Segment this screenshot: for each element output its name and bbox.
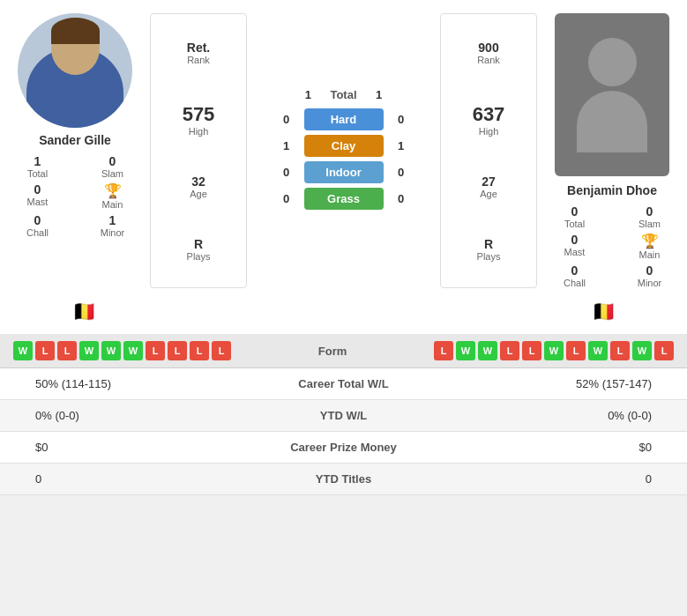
form-badge-left: L (146, 341, 165, 360)
right-slam-value: 0 (646, 204, 653, 219)
left-rank-label: Rank (187, 55, 210, 65)
form-badge-right: L (610, 341, 630, 360)
left-player-photo (18, 13, 132, 128)
right-form-badges: LWWLLWLWLWL (434, 341, 674, 360)
stats-left-value: 50% (114-115) (0, 368, 224, 400)
right-total-value: 0 (571, 204, 579, 219)
left-player-block: Sander Gille 1 Total 0 Slam 0 Mast 🏆 Mai… (4, 13, 146, 288)
left-center-stats: Ret. Rank 575 High 32 Age R Plays (150, 13, 247, 288)
form-badge-left: W (101, 341, 121, 360)
left-flag-container: 🇧🇪 (13, 297, 154, 327)
surfaces-section: 1 Total 1 0 Hard 0 1 Clay 1 0 (251, 13, 436, 288)
stats-table-row: 0% (0-0)YTD W/L0% (0-0) (0, 400, 687, 432)
left-slam-value: 0 (109, 154, 116, 168)
left-mast-stat: 0 Mast (4, 182, 71, 210)
left-minor-stat: 1 Minor (79, 213, 146, 238)
stats-label: Career Total W/L (224, 368, 463, 400)
left-mast-value: 0 (34, 182, 41, 197)
right-plays-stat: R Plays (477, 237, 501, 262)
left-age-stat: 32 Age (190, 174, 207, 199)
form-badge-right: W (456, 341, 475, 360)
form-badge-right: L (500, 341, 519, 360)
right-total-label: Total (564, 219, 585, 229)
left-player-stats: 1 Total 0 Slam 0 Mast 🏆 Main 0 Chall (4, 154, 146, 238)
left-plays-stat: R Plays (187, 237, 211, 262)
clay-surface-button[interactable]: Clay (304, 135, 384, 157)
stats-table-row: $0Career Prize Money$0 (0, 432, 687, 464)
hard-surface-button[interactable]: Hard (304, 108, 384, 130)
center-block: Ret. Rank 575 High 32 Age R Plays (146, 13, 541, 288)
stats-right-value: 0 (463, 464, 687, 495)
grass-surface-row: 0 Grass 0 (256, 188, 431, 210)
form-badge-left: L (212, 341, 231, 360)
left-trophy-main: 🏆 Main (79, 182, 146, 210)
left-slam-label: Slam (101, 168, 123, 179)
right-trophy-main: 🏆 Main (616, 233, 683, 260)
right-player-stats: 0 Total 0 Slam 0 Mast 🏆 Main 0 Chall (541, 204, 683, 288)
left-high-value: 575 (183, 103, 215, 126)
form-badge-left: L (190, 341, 209, 360)
flags-row: 🇧🇪 🇧🇪 (0, 297, 687, 334)
left-total-value: 1 (34, 154, 41, 168)
left-age-label: Age (190, 189, 207, 199)
right-player-block: Benjamin Dhoe 0 Total 0 Slam 0 Mast 🏆 Ma… (541, 13, 683, 288)
left-minor-label: Minor (101, 227, 125, 238)
form-section: WLLWWWLLLL Form LWWLLWLWLWL (0, 334, 687, 368)
stats-right-value: $0 (463, 432, 687, 464)
left-rank-stat: Ret. Rank (187, 41, 210, 65)
left-age-value: 32 (191, 174, 205, 189)
left-main-label: Main (102, 199, 123, 210)
form-badge-right: W (632, 341, 652, 360)
grass-left-score: 0 (278, 192, 295, 205)
clay-left-score: 1 (278, 139, 295, 152)
right-high-stat: 637 High (473, 103, 505, 137)
indoor-right-score: 0 (392, 166, 410, 179)
hard-right-score: 0 (392, 113, 410, 126)
hard-left-score: 0 (278, 113, 295, 126)
main-container: Sander Gille 1 Total 0 Slam 0 Mast 🏆 Mai… (0, 0, 687, 495)
right-minor-label: Minor (638, 278, 662, 288)
right-plays-value: R (484, 237, 493, 251)
right-plays-label: Plays (477, 251, 501, 262)
indoor-surface-button[interactable]: Indoor (304, 161, 384, 183)
form-badge-right: L (434, 341, 453, 360)
left-plays-value: R (194, 237, 203, 251)
right-flag: 🇧🇪 (592, 301, 616, 323)
form-badge-right: W (588, 341, 608, 360)
form-badge-right: W (544, 341, 564, 360)
left-high-stat: 575 High (183, 103, 215, 137)
grass-surface-button[interactable]: Grass (304, 188, 384, 210)
right-chall-label: Chall (564, 278, 586, 288)
right-minor-stat: 0 Minor (616, 263, 683, 288)
right-silhouette-body (577, 91, 647, 152)
left-chall-stat: 0 Chall (4, 213, 71, 238)
stats-right-value: 52% (157-147) (463, 368, 687, 400)
left-slam-stat: 0 Slam (79, 154, 146, 179)
right-age-label: Age (480, 189, 497, 199)
right-minor-value: 0 (646, 263, 653, 278)
left-plays-label: Plays (187, 251, 211, 262)
form-label: Form (318, 345, 347, 358)
total-right-score: 1 (370, 88, 388, 101)
stats-left-value: 0 (0, 464, 224, 495)
right-slam-label: Slam (638, 219, 661, 229)
stats-table: 50% (114-115)Career Total W/L52% (157-14… (0, 368, 687, 495)
stats-left-value: 0% (0-0) (0, 400, 224, 432)
right-high-label: High (479, 126, 499, 137)
right-player-name: Benjamin Dhoe (567, 183, 657, 197)
form-badge-left: W (13, 341, 33, 360)
form-badge-left: L (57, 341, 77, 360)
form-badge-left: L (35, 341, 55, 360)
stats-label: YTD W/L (224, 400, 463, 432)
form-badge-right: L (566, 341, 586, 360)
right-age-stat: 27 Age (480, 174, 497, 199)
stats-label: YTD Titles (224, 464, 463, 495)
stats-table-row: 0YTD Titles0 (0, 464, 687, 495)
total-row: 1 Total 1 (299, 88, 387, 101)
stats-right-value: 0% (0-0) (463, 400, 687, 432)
right-center-stats: 900 Rank 637 High 27 Age R Plays (440, 13, 537, 288)
right-flag-container: 🇧🇪 (533, 297, 674, 327)
right-mast-stat: 0 Mast (541, 233, 608, 260)
left-form-badges: WLLWWWLLLL (13, 341, 231, 360)
left-player-name: Sander Gille (39, 133, 111, 147)
